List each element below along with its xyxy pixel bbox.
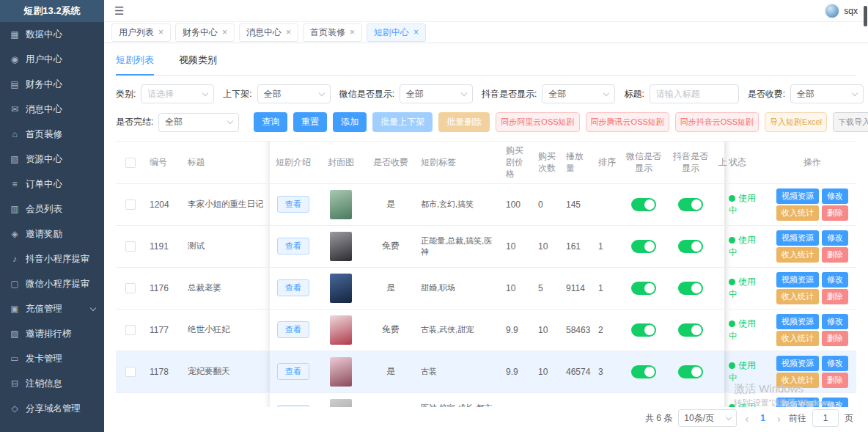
content-tabs: 短剧列表视频类别 <box>116 51 856 76</box>
sidebar-item-message-center[interactable]: ✉消息中心 <box>0 97 104 122</box>
shelf-select[interactable]: 全部 <box>257 84 331 103</box>
sidebar-item-invite-reward[interactable]: ◈邀请奖励 <box>0 222 104 246</box>
row-checkbox[interactable] <box>125 367 136 377</box>
video-resource-button[interactable]: 视频资源 <box>776 188 819 204</box>
edit-button[interactable]: 修改 <box>822 314 848 329</box>
hamburger-icon[interactable]: ☰ <box>114 5 124 16</box>
open-tab[interactable]: 短剧中心× <box>367 23 426 42</box>
row-checkbox[interactable] <box>125 241 136 252</box>
douyin-visible-toggle[interactable] <box>678 365 703 378</box>
wechat-visible-toggle[interactable] <box>631 240 656 253</box>
douyin-visible-toggle[interactable] <box>678 198 703 211</box>
sync-douyin-button[interactable]: 同步抖音云OSS短剧 <box>675 112 759 132</box>
sync-aliyun-button[interactable]: 同步阿里云OSS短剧 <box>496 112 579 132</box>
wechat-visible-toggle[interactable] <box>631 365 656 378</box>
video-resource-button[interactable]: 视频资源 <box>776 272 819 288</box>
import-excel-button[interactable]: 导入短剧Excel <box>765 112 827 132</box>
title-input[interactable] <box>650 84 739 103</box>
sidebar-item-card-management[interactable]: ▭发卡管理 <box>0 346 104 371</box>
edit-button[interactable]: 修改 <box>822 272 848 288</box>
open-tab[interactable]: 首页装修× <box>303 23 362 42</box>
batch-shelf-button[interactable]: 批量上下架 <box>372 112 433 132</box>
video-resource-button[interactable]: 视频资源 <box>776 398 819 407</box>
view-intro-button[interactable]: 查看 <box>277 363 309 380</box>
user-menu[interactable]: sqx <box>825 4 858 18</box>
delete-button[interactable]: 删除 <box>822 289 848 304</box>
delete-button[interactable]: 删除 <box>822 247 848 263</box>
fee-select[interactable]: 全部 <box>790 84 864 103</box>
sidebar-item-data-center[interactable]: ▦数据中心 <box>0 22 104 47</box>
search-button[interactable]: 查询 <box>254 112 287 132</box>
view-intro-button[interactable]: 查看 <box>277 238 309 255</box>
delete-button[interactable]: 删除 <box>822 373 848 388</box>
download-template-button[interactable]: 下载导入短剧模板 <box>833 112 868 132</box>
content-tab[interactable]: 视频类别 <box>179 51 217 75</box>
view-intro-button[interactable]: 查看 <box>277 279 309 296</box>
close-icon[interactable]: × <box>413 28 419 37</box>
sidebar-item-order-center[interactable]: ≡订单中心 <box>0 172 104 197</box>
sidebar-item-recharge-management[interactable]: ▣充值管理 <box>0 296 104 321</box>
delete-button[interactable]: 删除 <box>822 331 848 346</box>
sidebar-item-logout-info[interactable]: ⊟注销信息 <box>0 371 104 396</box>
video-resource-button[interactable]: 视频资源 <box>776 314 819 329</box>
chevron-down-icon <box>202 89 208 95</box>
delete-button[interactable]: 删除 <box>822 205 848 221</box>
close-icon[interactable]: × <box>158 28 163 37</box>
income-stats-button[interactable]: 收入统计 <box>776 205 819 221</box>
scrollbar-thumb[interactable] <box>864 6 867 26</box>
wechat-visible-toggle[interactable] <box>631 323 656 337</box>
open-tab[interactable]: 财务中心× <box>175 23 235 42</box>
table-header-row: 编号标题短剧介绍封面图是否收费短剧标签购买剧价格购买次数播放量排序微信是否显示抖… <box>116 142 856 183</box>
batch-delete-button[interactable]: 批量删除 <box>438 112 490 132</box>
row-checkbox[interactable] <box>125 199 136 210</box>
sidebar-item-wechat-review[interactable]: ▢微信小程序提审 <box>0 271 104 296</box>
income-stats-button[interactable]: 收入统计 <box>776 373 819 388</box>
wechat-visible-toggle[interactable] <box>631 282 656 295</box>
add-button[interactable]: 添加 <box>333 112 367 132</box>
sidebar-item-share-domain[interactable]: ◇分享域名管理 <box>0 396 104 421</box>
sync-tencent-button[interactable]: 同步腾讯云OSS短剧 <box>586 112 669 132</box>
current-page[interactable]: 1 <box>757 413 769 423</box>
douyin-visible-toggle[interactable] <box>678 323 703 337</box>
category-select[interactable]: 请选择 <box>141 84 214 103</box>
prev-page-button[interactable]: ‹ <box>743 413 751 424</box>
open-tab[interactable]: 消息中心× <box>239 23 298 42</box>
content-tab[interactable]: 短剧列表 <box>116 51 154 76</box>
close-icon[interactable]: × <box>222 28 227 37</box>
douyin-visible-toggle[interactable] <box>678 282 703 295</box>
open-tab[interactable]: 用户列表× <box>111 23 171 42</box>
income-stats-button[interactable]: 收入统计 <box>776 289 819 304</box>
row-checkbox[interactable] <box>125 283 136 293</box>
sidebar-item-finance-center[interactable]: ▤财务中心 <box>0 72 104 97</box>
edit-button[interactable]: 修改 <box>822 356 848 371</box>
income-stats-button[interactable]: 收入统计 <box>776 331 819 346</box>
edit-button[interactable]: 修改 <box>822 398 848 407</box>
view-intro-button[interactable]: 查看 <box>277 196 309 213</box>
select-all-checkbox[interactable] <box>125 158 136 168</box>
finance-icon: ▤ <box>9 79 21 89</box>
video-resource-button[interactable]: 视频资源 <box>776 230 819 246</box>
finished-select[interactable]: 全部 <box>158 113 239 132</box>
douyin-show-select[interactable]: 全部 <box>542 84 615 103</box>
income-stats-button[interactable]: 收入统计 <box>776 247 819 263</box>
row-checkbox[interactable] <box>125 325 136 335</box>
video-resource-button[interactable]: 视频资源 <box>776 356 819 371</box>
view-intro-button[interactable]: 查看 <box>277 321 309 338</box>
reset-button[interactable]: 重置 <box>293 112 327 132</box>
page-size-select[interactable]: 10条/页 <box>678 409 737 427</box>
douyin-visible-toggle[interactable] <box>678 240 703 253</box>
sidebar-item-user-center[interactable]: ◉用户中心 <box>0 47 104 72</box>
sidebar-item-resource-center[interactable]: ▧资源中心 <box>0 147 104 172</box>
sidebar-item-home-decoration[interactable]: ⌂首页装修 <box>0 122 104 147</box>
next-page-button[interactable]: › <box>775 413 783 424</box>
edit-button[interactable]: 修改 <box>822 230 848 246</box>
wechat-show-select[interactable]: 全部 <box>400 84 473 103</box>
sidebar-item-invite-ranking[interactable]: ▨邀请排行榜 <box>0 321 104 346</box>
sidebar-item-member-list[interactable]: ▥会员列表 <box>0 197 104 222</box>
edit-button[interactable]: 修改 <box>822 188 848 204</box>
close-icon[interactable]: × <box>350 28 355 37</box>
wechat-visible-toggle[interactable] <box>631 198 656 211</box>
sidebar-item-douyin-review[interactable]: ♪抖音小程序提审 <box>0 246 104 271</box>
goto-page-input[interactable] <box>812 409 839 427</box>
close-icon[interactable]: × <box>286 28 291 37</box>
